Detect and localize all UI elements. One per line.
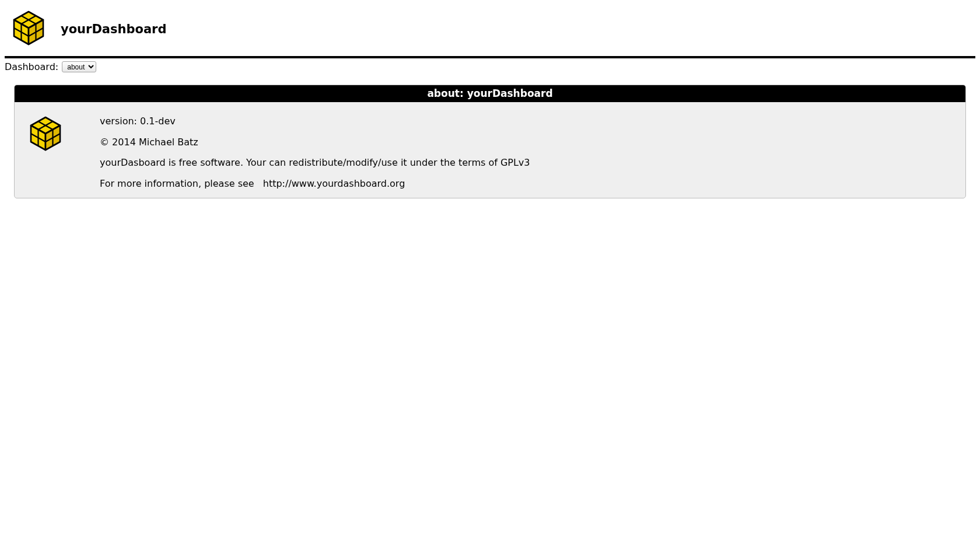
about-logo-icon xyxy=(26,113,65,190)
dashboard-controls: Dashboard: about xyxy=(0,58,980,75)
about-panel-body: version: 0.1-dev © 2014 Michael Batz you… xyxy=(15,102,965,198)
dashboard-select[interactable]: about xyxy=(62,61,96,72)
license-line: yourDasboard is free software. Your can … xyxy=(100,156,954,169)
page-header: yourDashboard xyxy=(0,0,980,56)
more-info-prefix: For more information, please see xyxy=(100,178,257,189)
page-title: yourDashboard xyxy=(61,22,167,36)
about-panel: about: yourDashboard version: 0.1-dev © … xyxy=(14,85,966,198)
dashboard-label: Dashboard: xyxy=(5,61,58,72)
more-info-link[interactable]: http://www.yourdashboard.org xyxy=(263,178,405,189)
about-panel-title: about: yourDashboard xyxy=(15,85,965,102)
copyright-line: © 2014 Michael Batz xyxy=(100,136,954,149)
logo-icon xyxy=(9,7,48,51)
version-line: version: 0.1-dev xyxy=(100,115,954,128)
more-info-line: For more information, please see http://… xyxy=(100,177,954,190)
about-panel-text: version: 0.1-dev © 2014 Michael Batz you… xyxy=(100,113,954,190)
